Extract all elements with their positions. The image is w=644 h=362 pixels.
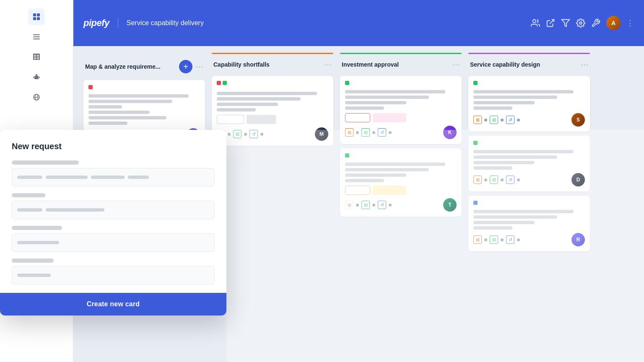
svg-rect-14 <box>34 76 39 79</box>
column-line-3 <box>340 53 462 54</box>
svg-point-25 <box>579 22 582 24</box>
form-input-4[interactable] <box>12 266 215 284</box>
user-avatar[interactable]: A <box>606 16 621 30</box>
column-header-2: Capability shortfalls ⋯ <box>212 60 333 72</box>
svg-rect-5 <box>33 36 40 37</box>
header-actions: A ⋮ <box>531 16 634 30</box>
header-divider <box>118 18 118 28</box>
column-title-4: Service capability design <box>470 61 577 68</box>
tag-outline-orange <box>345 186 370 195</box>
column-title-1: Map & analyze requireme... <box>85 63 176 70</box>
more-icon[interactable]: ⋮ <box>626 18 634 28</box>
filter-icon[interactable] <box>561 18 570 28</box>
svg-rect-16 <box>35 77 36 78</box>
card-dot-green-2 <box>223 81 227 85</box>
card-4-3[interactable]: ⊞ ⊟ ↺ R <box>468 196 590 251</box>
header: pipefy Service capability delivery <box>73 0 644 46</box>
form-group-2 <box>12 193 215 219</box>
column-line-1 <box>83 53 205 54</box>
column-service-design: Service capability design ⋯ ⊞ ⊟ <box>468 53 590 355</box>
svg-rect-11 <box>33 54 34 60</box>
card-4-2[interactable]: ⊞ ⊟ ↺ D <box>468 136 590 191</box>
column-more-2[interactable]: ⋯ <box>324 60 332 69</box>
column-header-4: Service capability design ⋯ <box>468 60 590 72</box>
svg-rect-6 <box>33 39 40 39</box>
card-avatar-3b: T <box>443 198 457 212</box>
svg-rect-19 <box>39 77 40 78</box>
svg-rect-15 <box>36 74 37 76</box>
column-more-1[interactable]: ⋯ <box>196 62 203 71</box>
card-3-2[interactable]: ⊞ ⊟ ↺ T <box>340 148 462 217</box>
form-label-1 <box>12 160 79 165</box>
card-lines <box>88 94 200 125</box>
avatar-image: A <box>606 16 621 30</box>
sidebar-icon-list[interactable] <box>28 28 45 45</box>
card-lines-2 <box>217 92 328 111</box>
svg-point-23 <box>533 20 536 23</box>
svg-rect-13 <box>39 54 40 60</box>
card-avatar-4: S <box>571 113 585 127</box>
svg-marker-24 <box>562 20 569 27</box>
form-group-3 <box>12 226 215 252</box>
column-header-1: Map & analyze requireme... + ⋯ <box>83 60 205 76</box>
modal-footer: Create new card <box>0 293 226 315</box>
card-footer-2: ⊞ ⊟ ↺ M <box>217 127 328 141</box>
svg-rect-3 <box>37 17 40 20</box>
card-dot-green-3b <box>345 153 349 158</box>
column-title-2: Capability shortfalls <box>213 61 321 68</box>
form-label-2 <box>12 193 45 197</box>
column-more-4[interactable]: ⋯ <box>581 60 588 69</box>
form-group-4 <box>12 259 215 284</box>
form-input-3[interactable] <box>12 233 215 252</box>
new-request-modal: New request <box>0 130 226 315</box>
card-dot-red <box>88 85 93 89</box>
settings-icon[interactable] <box>576 18 585 28</box>
svg-rect-18 <box>33 77 34 78</box>
card-avatar-4c: R <box>571 233 585 246</box>
column-header-3: Investment approval ⋯ <box>340 60 462 72</box>
card-4-1[interactable]: ⊞ ⊟ ↺ S <box>468 76 590 132</box>
card-3-1[interactable]: ⊞ ⊟ ↺ K <box>340 76 462 144</box>
sidebar-icon-globe[interactable] <box>28 89 45 106</box>
column-more-3[interactable]: ⋯ <box>452 60 460 69</box>
card-2-1[interactable]: ⊞ ⊟ ↺ M <box>212 76 333 146</box>
column-line-2 <box>212 53 333 54</box>
ci3[interactable]: ↺ <box>249 130 258 138</box>
tag-filled-1 <box>247 115 276 124</box>
column-capability: Capability shortfalls ⋯ <box>212 53 333 355</box>
card-avatar-4b: D <box>571 173 585 186</box>
tag-outline-1 <box>217 115 244 124</box>
svg-rect-12 <box>36 54 37 60</box>
column-line-4 <box>468 53 590 54</box>
form-group-1 <box>12 160 215 186</box>
svg-rect-17 <box>37 77 38 78</box>
form-input-2[interactable] <box>12 201 215 219</box>
svg-rect-2 <box>33 17 36 20</box>
tag-pink-1 <box>373 113 406 122</box>
create-card-button[interactable]: Create new card <box>12 300 215 308</box>
card-dot-red-2 <box>217 81 221 85</box>
form-input-1[interactable] <box>12 168 215 186</box>
svg-rect-1 <box>37 13 40 16</box>
tag-orange <box>373 186 406 195</box>
card-tags-2 <box>217 115 328 124</box>
ci2[interactable]: ⊟ <box>233 130 242 138</box>
column-investment: Investment approval ⋯ ⊞ <box>340 53 462 355</box>
sidebar-icon-table[interactable] <box>28 49 45 65</box>
svg-rect-0 <box>33 13 36 16</box>
add-card-button-1[interactable]: + <box>179 60 192 73</box>
tag-red-1 <box>345 113 370 122</box>
card-dot-green-3 <box>345 81 349 85</box>
card-avatar-3: K <box>443 126 457 139</box>
sidebar-icon-grid[interactable] <box>28 8 45 25</box>
users-icon[interactable] <box>531 18 540 28</box>
form-label-4 <box>12 259 54 263</box>
svg-rect-4 <box>33 34 40 35</box>
header-title: Service capability delivery <box>127 19 531 27</box>
wrench-icon[interactable] <box>591 18 600 28</box>
form-label-3 <box>12 226 62 230</box>
card-avatar-2: M <box>315 127 328 141</box>
modal-body: New request <box>0 130 226 284</box>
share-icon[interactable] <box>546 18 555 28</box>
sidebar-icon-robot[interactable] <box>28 69 45 85</box>
